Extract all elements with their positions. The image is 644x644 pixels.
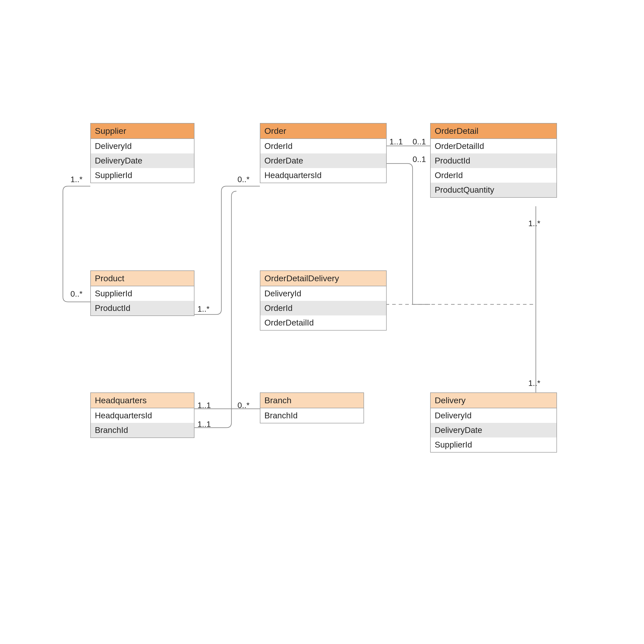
mult-label: 0..1: [413, 137, 426, 146]
entity-attribute: ProductQuantity: [431, 183, 556, 197]
mult-label: 1..1: [197, 401, 211, 410]
entity-attribute: ProductId: [431, 153, 556, 168]
diagram-canvas: SupplierDeliveryIdDeliveryDateSupplierId…: [0, 0, 644, 644]
entity-title: Delivery: [431, 393, 556, 408]
entity-title: OrderDetailDelivery: [260, 271, 386, 286]
entity-attribute: DeliveryId: [260, 286, 386, 301]
entity-attribute: HeadquartersId: [91, 408, 194, 423]
entity-attribute: OrderDate: [260, 153, 386, 168]
entity-attribute: SupplierId: [91, 286, 194, 301]
mult-label: 1..*: [528, 219, 540, 228]
entity-attribute: SupplierId: [431, 437, 556, 452]
entity-title: Supplier: [91, 124, 194, 139]
entity-headquarters: HeadquartersHeadquartersIdBranchId: [90, 392, 194, 438]
entity-order: OrderOrderIdOrderDateHeadquartersId: [260, 123, 387, 183]
entity-title: Product: [91, 271, 194, 286]
entity-attribute: OrderDetailId: [431, 139, 556, 153]
entity-order-detail: OrderDetailOrderDetailIdProductIdOrderId…: [430, 123, 557, 198]
entity-attribute: BranchId: [91, 423, 194, 437]
entity-attribute: DeliveryDate: [431, 423, 556, 437]
mult-label: 0..*: [237, 401, 250, 410]
entity-attribute: DeliveryDate: [91, 153, 194, 168]
mult-label: 1..1: [389, 137, 403, 146]
entity-supplier: SupplierDeliveryIdDeliveryDateSupplierId: [90, 123, 194, 183]
entity-title: Branch: [260, 393, 364, 408]
entity-branch: BranchBranchId: [260, 392, 364, 423]
entity-title: Order: [260, 124, 386, 139]
entity-delivery: DeliveryDeliveryIdDeliveryDateSupplierId: [430, 392, 557, 453]
entity-attribute: SupplierId: [91, 168, 194, 183]
entity-title: OrderDetail: [431, 124, 556, 139]
entity-order-detail-delivery: OrderDetailDeliveryDeliveryIdOrderIdOrde…: [260, 270, 387, 331]
mult-label: 0..*: [237, 175, 250, 184]
mult-label: 0..*: [70, 289, 83, 299]
mult-label: 1..*: [197, 304, 210, 314]
entity-attribute: OrderId: [431, 168, 556, 183]
entity-attribute: DeliveryId: [431, 408, 556, 423]
entity-attribute: OrderDetailId: [260, 315, 386, 330]
entity-attribute: OrderId: [260, 139, 386, 153]
entity-product: ProductSupplierIdProductId: [90, 270, 194, 316]
entity-attribute: DeliveryId: [91, 139, 194, 153]
mult-label: 0..1: [413, 155, 426, 164]
entity-attribute: BranchId: [260, 408, 364, 423]
entity-attribute: OrderId: [260, 301, 386, 315]
mult-label: 1..*: [70, 175, 83, 184]
entity-title: Headquarters: [91, 393, 194, 408]
mult-label: 1..*: [528, 379, 540, 388]
entity-attribute: HeadquartersId: [260, 168, 386, 183]
mult-label: 1..1: [197, 420, 211, 429]
entity-attribute: ProductId: [91, 301, 194, 315]
